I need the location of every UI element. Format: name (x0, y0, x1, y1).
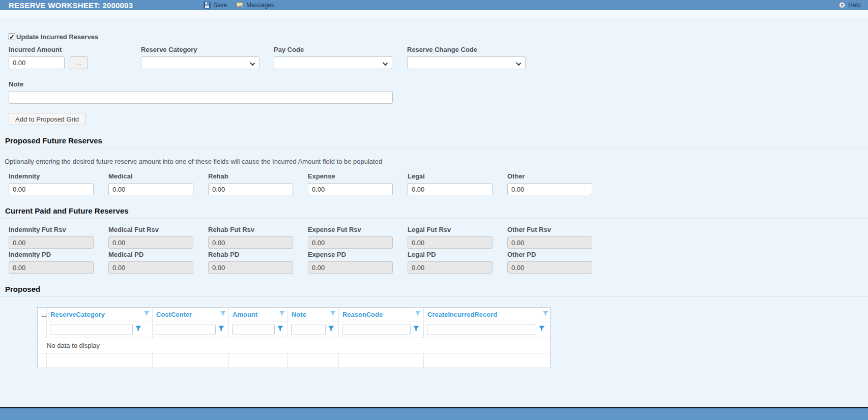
rehab-label: Rehab (208, 172, 293, 180)
filter-button[interactable] (135, 325, 142, 334)
filter-button[interactable] (218, 325, 225, 334)
filter-button[interactable] (538, 325, 545, 334)
pay-code-label: Pay Code (274, 46, 392, 53)
reserve-category-label: Reserve Category (141, 46, 259, 53)
header-divider-strip (0, 10, 868, 18)
messages-icon (236, 2, 244, 9)
current-paid-heading: Current Paid and Future Reserves (3, 206, 868, 215)
section-divider (0, 218, 868, 219)
filter-button[interactable] (328, 325, 335, 334)
expense-pd-input (308, 261, 393, 274)
reserve-change-code-label: Reserve Change Code (407, 46, 526, 53)
messages-button[interactable]: Messages (236, 2, 274, 9)
column-header-reservecategory[interactable]: ReserveCategory (47, 308, 153, 321)
rehab-fut-rsv-label: Rehab Fut Rsv (208, 226, 293, 233)
indemnity-pd-input (9, 261, 94, 274)
reserve-category-select[interactable] (141, 56, 259, 69)
bottom-status-bar (0, 407, 868, 420)
filter-input-costcenter[interactable] (156, 324, 216, 335)
indemnity-pd-label: Indemnity PD (9, 251, 94, 258)
proposed-future-hint: Optionally entering the desired future r… (5, 158, 868, 165)
reserve-change-code-select[interactable] (407, 56, 526, 69)
legal-input[interactable] (408, 183, 493, 195)
expense-fut-rsv-label: Expense Fut Rsv (308, 226, 393, 233)
expense-input[interactable] (308, 183, 393, 195)
svg-text:?: ? (841, 3, 844, 8)
legal-pd-label: Legal PD (408, 251, 493, 258)
indemnity-label: Indemnity (9, 172, 94, 180)
help-label: Help (848, 2, 861, 9)
legal-pd-input (408, 261, 493, 274)
update-incurred-label: Update Incurred Reserves (16, 33, 98, 41)
filter-input-reasoncode[interactable] (342, 324, 411, 335)
filter-icon[interactable] (415, 310, 421, 319)
filter-input-note[interactable] (291, 324, 326, 335)
filter-icon[interactable] (542, 310, 549, 319)
column-header-reasoncode[interactable]: ReasonCode (339, 308, 424, 321)
filter-icon[interactable] (279, 310, 285, 319)
section-divider (0, 296, 868, 297)
incurred-amount-input[interactable] (9, 56, 65, 69)
filter-input-createincurredrecord[interactable] (427, 324, 536, 335)
medical-fut-rsv-input (108, 236, 193, 249)
column-header-createincurredrecord[interactable]: CreateIncurredRecord (424, 308, 551, 321)
grid-header-row: ... ReserveCategory CostCenter Amount No… (38, 308, 550, 321)
grid-filter-row (38, 321, 550, 338)
proposed-future-heading: Proposed Future Reserves (3, 136, 868, 145)
filter-icon[interactable] (220, 310, 226, 319)
column-header-amount[interactable]: Amount (229, 308, 288, 321)
legal-label: Legal (408, 172, 493, 180)
pay-code-select[interactable] (274, 56, 392, 69)
column-header-note[interactable]: Note (288, 308, 339, 321)
update-incurred-checkbox[interactable] (9, 34, 15, 40)
medical-pd-label: Medical PD (108, 251, 193, 258)
column-header-costcenter[interactable]: CostCenter (153, 308, 229, 321)
other-input[interactable] (507, 183, 592, 195)
help-button[interactable]: ? Help (838, 2, 861, 9)
filter-icon[interactable] (143, 310, 150, 319)
indemnity-fut-rsv-input (9, 236, 94, 249)
expense-pd-label: Expense PD (308, 251, 393, 258)
medical-label: Medical (108, 172, 193, 180)
expense-label: Expense (308, 172, 393, 180)
chevron-down-icon (383, 61, 388, 66)
rehab-fut-rsv-input (208, 236, 293, 249)
save-icon (204, 2, 211, 9)
other-fut-rsv-input (507, 236, 592, 249)
filter-button[interactable] (277, 325, 284, 334)
section-divider (0, 148, 868, 148)
title-bar: RESERVE WORKSHEET: 2000003 Save Messages… (0, 0, 868, 10)
expense-fut-rsv-input (308, 236, 393, 249)
legal-fut-rsv-input (408, 236, 493, 249)
incurred-amount-label: Incurred Amount (9, 46, 88, 53)
rehab-input[interactable] (208, 183, 293, 195)
medical-input[interactable] (108, 183, 193, 195)
add-to-proposed-grid-button[interactable]: Add to Proposed Grid (9, 113, 85, 125)
filter-input-reservecategory[interactable] (50, 324, 133, 335)
grid-empty-message: No data to display (38, 338, 550, 353)
other-pd-input (507, 261, 592, 274)
filter-button[interactable] (413, 325, 420, 334)
other-label: Other (507, 172, 592, 180)
save-label: Save (213, 2, 227, 9)
note-label: Note (9, 80, 868, 88)
messages-label: Messages (246, 2, 274, 9)
chevron-down-icon (516, 61, 521, 66)
page-title: RESERVE WORKSHEET: 2000003 (9, 1, 133, 10)
help-icon: ? (838, 2, 846, 9)
grid-footer-row (38, 353, 550, 368)
filter-input-amount[interactable] (232, 324, 275, 335)
filter-icon[interactable] (330, 310, 336, 319)
note-input[interactable] (9, 91, 393, 104)
medical-pd-input (108, 261, 193, 274)
indemnity-input[interactable] (9, 183, 94, 195)
save-button[interactable]: Save (204, 2, 227, 9)
rehab-pd-label: Rehab PD (208, 251, 293, 258)
incurred-amount-browse-button[interactable]: ... (70, 56, 88, 69)
legal-fut-rsv-label: Legal Fut Rsv (408, 226, 493, 233)
proposed-heading: Proposed (3, 285, 868, 293)
proposed-grid: ... ReserveCategory CostCenter Amount No… (37, 307, 551, 368)
other-fut-rsv-label: Other Fut Rsv (507, 226, 592, 233)
indemnity-fut-rsv-label: Indemnity Fut Rsv (9, 226, 94, 233)
medical-fut-rsv-label: Medical Fut Rsv (108, 226, 193, 233)
